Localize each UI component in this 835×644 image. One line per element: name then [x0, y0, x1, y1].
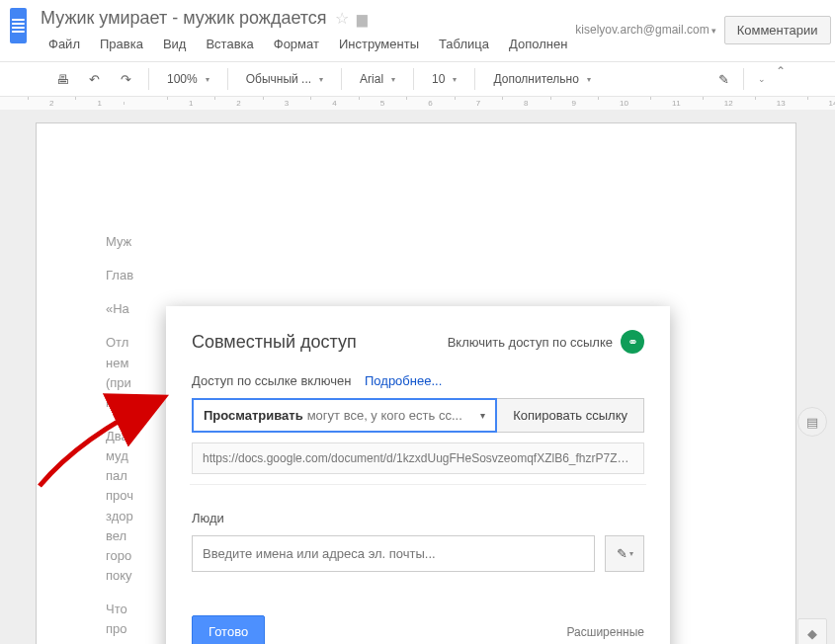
- comments-button[interactable]: Комментарии: [724, 16, 831, 44]
- chevron-down-icon[interactable]: ⌄: [758, 74, 766, 84]
- font-select[interactable]: Arial: [352, 68, 403, 90]
- menu-edit[interactable]: Правка: [92, 33, 151, 55]
- link-access-status: Доступ по ссылке включен: [192, 373, 351, 388]
- folder-icon[interactable]: ▆: [357, 11, 368, 27]
- enable-link-label: Включить доступ по ссылке: [448, 335, 613, 350]
- menu-tools[interactable]: Инструменты: [331, 33, 427, 55]
- ruler: 21123456789101112131415: [0, 97, 835, 111]
- people-input[interactable]: [192, 535, 595, 572]
- menu-insert[interactable]: Вставка: [198, 33, 261, 55]
- menu-view[interactable]: Вид: [155, 33, 195, 55]
- redo-icon[interactable]: ↷: [113, 66, 138, 92]
- account-email[interactable]: kiselyov.arch@gmail.com: [575, 23, 715, 37]
- star-icon[interactable]: ☆: [335, 9, 349, 28]
- print-icon[interactable]: 🖶: [49, 66, 75, 92]
- annotation-arrow: [32, 387, 170, 499]
- undo-icon[interactable]: ↶: [81, 66, 107, 92]
- share-url-field[interactable]: https://docs.google.com/document/d/1kzxd…: [192, 443, 644, 474]
- more-select[interactable]: Дополнительно: [485, 68, 598, 90]
- add-comment-icon[interactable]: ▤: [797, 407, 827, 437]
- size-select[interactable]: 10: [424, 68, 464, 90]
- menu-table[interactable]: Таблица: [431, 33, 497, 55]
- doc-text: Глав: [106, 266, 726, 285]
- toolbar: 🖶 ↶ ↷ 100% Обычный ... Arial 10 Дополнит…: [0, 61, 835, 97]
- style-select[interactable]: Обычный ...: [238, 68, 331, 90]
- link-icon[interactable]: ⚭: [621, 330, 644, 354]
- done-button[interactable]: Готово: [192, 615, 265, 644]
- menu-file[interactable]: Файл: [41, 33, 88, 55]
- link-permission-select[interactable]: Просматриватьмогут все, у кого есть сс..…: [192, 398, 497, 433]
- copy-link-button[interactable]: Копировать ссылку: [497, 398, 644, 433]
- people-label: Люди: [192, 511, 644, 525]
- learn-more-link[interactable]: Подробнее...: [365, 373, 442, 388]
- doc-text: Муж: [106, 232, 726, 252]
- document-title[interactable]: Мужик умирает - мужик рождается: [41, 8, 327, 29]
- menu-format[interactable]: Формат: [266, 33, 327, 55]
- zoom-select[interactable]: 100%: [159, 68, 217, 90]
- share-dialog: Совместный доступ Включить доступ по ссы…: [166, 306, 670, 644]
- edit-mode-icon[interactable]: ✎: [718, 72, 729, 87]
- dialog-title: Совместный доступ: [192, 332, 357, 353]
- advanced-link[interactable]: Расширенные: [566, 625, 644, 639]
- collapse-icon[interactable]: ⌃: [776, 64, 786, 78]
- permission-role-button[interactable]: ✎: [605, 535, 644, 572]
- explore-icon[interactable]: ◆: [797, 618, 827, 644]
- docs-logo[interactable]: [10, 8, 27, 43]
- menu-bar: Файл Правка Вид Вставка Формат Инструмен…: [41, 33, 575, 55]
- menu-addons[interactable]: Дополнен: [501, 33, 575, 55]
